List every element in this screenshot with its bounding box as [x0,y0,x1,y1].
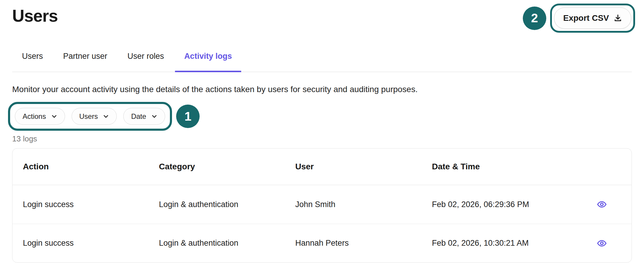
export-csv-button[interactable]: Export CSV [554,7,631,29]
page-title: Users [12,6,58,26]
cell-action: Login success [23,239,159,248]
eye-icon [597,199,607,209]
cell-category: Login & authentication [159,200,295,209]
column-header-action: Action [23,162,159,171]
activity-logs-description: Monitor your account activity using the … [12,85,632,94]
cell-user: John Smith [295,200,432,209]
annotation-badge-2: 2 [523,7,546,30]
chevron-down-icon [151,113,157,119]
filter-date-dropdown[interactable]: Date [123,108,165,125]
chevron-down-icon [103,113,109,119]
filter-date-label: Date [131,112,146,121]
view-details-button[interactable] [595,236,609,250]
page-header: Users 2 Export CSV [12,0,632,35]
table-row: Login success Login & authentication Joh… [12,185,632,224]
download-icon [614,14,622,22]
filter-users-dropdown[interactable]: Users [72,108,117,125]
tab-activity-logs[interactable]: Activity logs [184,52,232,72]
column-header-user: User [295,162,432,171]
logs-count: 13 logs [12,134,632,143]
users-page: Users 2 Export CSV Users Partn [0,0,644,263]
filter-actions-label: Actions [23,112,46,121]
cell-user: Hannah Peters [295,239,432,248]
export-csv-label: Export CSV [563,13,609,23]
activity-logs-table: Action Category User Date & Time Login s… [12,148,632,263]
tab-partner-user[interactable]: Partner user [63,52,108,72]
cell-action: Login success [23,200,159,209]
tab-users[interactable]: Users [22,52,43,72]
filter-actions-dropdown[interactable]: Actions [15,108,65,125]
view-details-button[interactable] [595,197,609,212]
table-row: Login success Login & authentication Han… [12,224,632,262]
column-header-datetime: Date & Time [432,162,595,171]
chevron-down-icon [51,113,57,119]
annotation-highlight-export: Export CSV [550,4,635,33]
filter-users-label: Users [79,112,98,121]
tabs-bar: Users Partner user User roles Activity l… [22,52,632,72]
export-group: 2 Export CSV [523,4,635,33]
filters-row: Actions Users Date 1 [8,102,632,131]
cell-datetime: Feb 02, 2026, 10:30:21 AM [432,239,595,248]
cell-datetime: Feb 02, 2026, 06:29:36 PM [432,200,595,209]
annotation-badge-1: 1 [176,105,200,128]
annotation-highlight-filters: Actions Users Date [8,102,172,131]
column-header-category: Category [159,162,295,171]
eye-icon [597,238,607,248]
cell-category: Login & authentication [159,239,295,248]
table-header-row: Action Category User Date & Time [12,149,632,185]
tab-user-roles[interactable]: User roles [127,52,164,72]
